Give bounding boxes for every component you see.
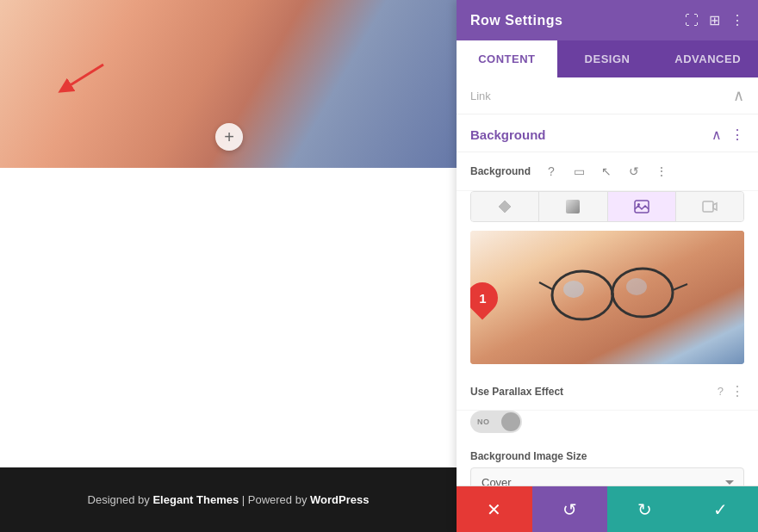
columns-icon[interactable]: ⊞ [709, 12, 720, 28]
background-title: Background [470, 127, 546, 142]
svg-rect-5 [703, 201, 713, 212]
settings-panel: Row Settings ⛶ ⊞ ⋮ Content Design Advanc… [457, 0, 758, 532]
redo-icon: ↻ [637, 499, 652, 520]
background-type-tabs [470, 191, 744, 222]
canvas-white-area [0, 168, 457, 467]
collapse-icon[interactable]: ∧ [711, 127, 722, 143]
bg-type-gradient[interactable] [539, 192, 607, 221]
parallax-row: Use Parallax Effect ? ⋮ [457, 373, 758, 411]
canvas-image-section: + [0, 0, 457, 168]
svg-line-1 [65, 65, 103, 89]
bg-type-color[interactable] [471, 192, 539, 221]
bg-overflow-icon[interactable]: ⋮ [651, 161, 672, 182]
add-section-button[interactable]: + [215, 123, 243, 151]
bg-desktop-icon[interactable]: ▭ [568, 161, 589, 182]
image-size-dropdown-row: Background Image Size Cover Contain Auto… [457, 443, 758, 486]
background-controls-row: Background ? ▭ ↖ ↺ ⋮ [457, 152, 758, 191]
bg-type-image[interactable] [608, 192, 676, 221]
parallax-label: Use Parallax Effect [470, 386, 711, 398]
link-section-row[interactable]: Link ∧ [457, 77, 758, 114]
panel-tabs: Content Design Advanced [457, 40, 758, 77]
svg-rect-6 [470, 231, 744, 364]
panel-header: Row Settings ⛶ ⊞ ⋮ [457, 0, 758, 40]
save-button[interactable]: ✓ [683, 486, 759, 532]
background-controls-label: Background [470, 165, 531, 177]
bg-type-video[interactable] [676, 192, 743, 221]
cancel-button[interactable]: ✕ [457, 486, 532, 532]
preview-image [470, 231, 744, 364]
bg-help-icon[interactable]: ? [541, 161, 562, 182]
canvas-area: D divi + Designed by Elegant Themes | Po… [0, 0, 457, 532]
parallax-more-icon[interactable]: ⋮ [730, 383, 744, 399]
svg-point-9 [563, 281, 584, 298]
undo-button[interactable]: ↺ [532, 486, 608, 532]
parallax-toggle[interactable]: NO [470, 411, 522, 433]
panel-header-icons: ⛶ ⊞ ⋮ [685, 12, 744, 28]
background-image-preview[interactable]: 1 [470, 231, 744, 364]
toggle-label: NO [477, 418, 490, 426]
svg-point-10 [626, 278, 647, 295]
bg-reset-icon[interactable]: ↺ [624, 161, 644, 182]
link-label: Link [470, 90, 491, 102]
section-header-controls: ∧ ⋮ [711, 127, 744, 143]
canvas-footer: Designed by Elegant Themes | Powered by … [0, 467, 457, 532]
undo-icon: ↺ [562, 499, 577, 520]
parallax-help-icon[interactable]: ? [718, 385, 724, 398]
panel-content: Link ∧ Background ∧ ⋮ Background ? ▭ ↖ ↺… [457, 77, 758, 486]
save-icon: ✓ [713, 499, 728, 520]
image-size-label: Background Image Size [470, 450, 744, 462]
toggle-knob [501, 412, 520, 431]
cancel-icon: ✕ [487, 499, 501, 520]
action-bar: ✕ ↺ ↻ ✓ [457, 486, 758, 532]
tab-advanced[interactable]: Advanced [657, 40, 758, 77]
panel-title: Row Settings [470, 13, 562, 28]
toggle-wrapper: NO [457, 411, 758, 443]
tab-design[interactable]: Design [557, 40, 658, 77]
fullscreen-icon[interactable]: ⛶ [685, 13, 699, 28]
background-section-header: Background ∧ ⋮ [457, 114, 758, 152]
footer-text: Designed by Elegant Themes | Powered by … [88, 493, 370, 506]
redo-button[interactable]: ↻ [607, 486, 683, 532]
svg-rect-2 [566, 200, 580, 213]
tab-content[interactable]: Content [457, 40, 557, 77]
bg-cursor-icon[interactable]: ↖ [596, 161, 617, 182]
step-badge: 1 [470, 282, 498, 313]
section-more-icon[interactable]: ⋮ [730, 127, 744, 143]
image-size-select[interactable]: Cover Contain Auto Custom [470, 467, 744, 486]
red-arrow-icon [39, 56, 108, 99]
link-chevron-icon: ∧ [733, 86, 744, 105]
more-options-icon[interactable]: ⋮ [730, 12, 744, 28]
